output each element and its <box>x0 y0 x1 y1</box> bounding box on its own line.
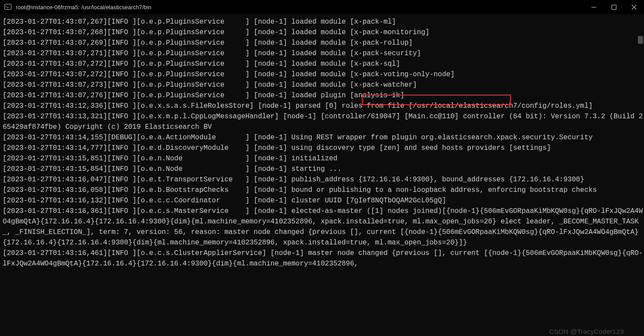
svg-rect-2 <box>591 7 596 7</box>
svg-rect-1 <box>7 7 9 8</box>
terminal-viewport: [2023-01-27T01:43:07,267][INFO ][o.e.p.P… <box>0 14 644 336</box>
vertical-scrollbar[interactable] <box>638 17 643 333</box>
maximize-button[interactable] <box>604 0 624 14</box>
svg-rect-0 <box>5 4 11 10</box>
close-button[interactable] <box>624 0 644 14</box>
window-title: root@instance-06frzma5: /usr/local/elast… <box>15 4 584 11</box>
svg-rect-3 <box>612 5 616 9</box>
minimize-button[interactable] <box>584 0 604 14</box>
window-controls <box>584 0 644 14</box>
terminal-output[interactable]: [2023-01-27T01:43:07,267][INFO ][o.e.p.P… <box>0 14 644 336</box>
window-titlebar: root@instance-06frzma5: /usr/local/elast… <box>0 0 644 14</box>
terminal-app-icon <box>4 4 11 11</box>
scroll-thumb[interactable] <box>638 36 643 44</box>
